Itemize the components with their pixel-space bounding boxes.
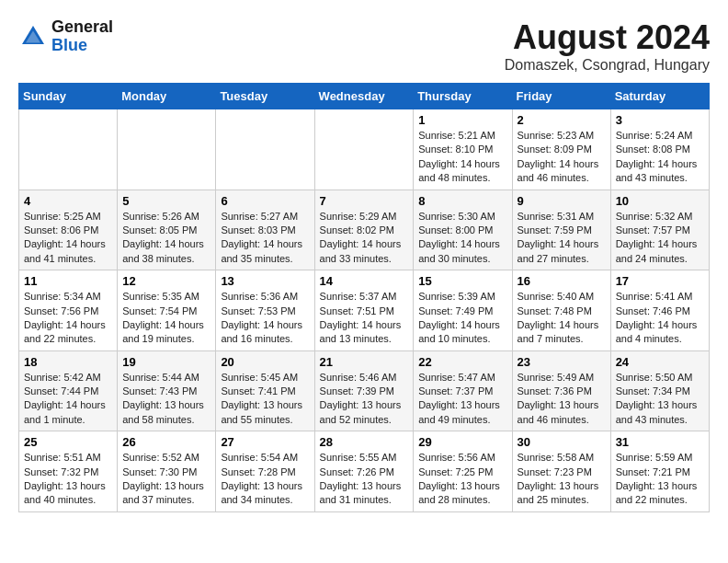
day-info: Sunrise: 5:34 AM Sunset: 7:56 PM Dayligh… — [24, 290, 112, 347]
calendar-cell: 28Sunrise: 5:55 AM Sunset: 7:26 PM Dayli… — [314, 431, 414, 512]
day-number: 3 — [616, 113, 704, 127]
day-number: 19 — [122, 355, 210, 369]
calendar-cell: 30Sunrise: 5:58 AM Sunset: 7:23 PM Dayli… — [512, 431, 610, 512]
day-number: 29 — [418, 435, 506, 449]
location: Domaszek, Csongrad, Hungary — [505, 57, 710, 74]
day-info: Sunrise: 5:26 AM Sunset: 8:05 PM Dayligh… — [122, 210, 210, 267]
calendar-week-row: 25Sunrise: 5:51 AM Sunset: 7:32 PM Dayli… — [19, 431, 710, 512]
calendar-cell — [19, 109, 118, 190]
day-number: 21 — [320, 355, 409, 369]
calendar-cell: 16Sunrise: 5:40 AM Sunset: 7:48 PM Dayli… — [512, 270, 610, 351]
day-info: Sunrise: 5:51 AM Sunset: 7:32 PM Dayligh… — [24, 451, 112, 508]
calendar-cell: 3Sunrise: 5:24 AM Sunset: 8:08 PM Daylig… — [610, 109, 709, 190]
day-info: Sunrise: 5:55 AM Sunset: 7:26 PM Dayligh… — [320, 451, 409, 508]
day-number: 20 — [221, 355, 309, 369]
calendar-cell: 4Sunrise: 5:25 AM Sunset: 8:06 PM Daylig… — [19, 190, 118, 270]
day-number: 24 — [616, 355, 704, 369]
calendar-cell: 15Sunrise: 5:39 AM Sunset: 7:49 PM Dayli… — [414, 270, 512, 351]
day-info: Sunrise: 5:35 AM Sunset: 7:54 PM Dayligh… — [122, 290, 210, 347]
calendar-cell: 12Sunrise: 5:35 AM Sunset: 7:54 PM Dayli… — [118, 270, 216, 351]
calendar-cell: 21Sunrise: 5:46 AM Sunset: 7:39 PM Dayli… — [314, 350, 414, 431]
calendar-cell — [118, 109, 216, 190]
calendar-cell: 22Sunrise: 5:47 AM Sunset: 7:37 PM Dayli… — [414, 350, 512, 431]
calendar-cell: 2Sunrise: 5:23 AM Sunset: 8:09 PM Daylig… — [512, 109, 610, 190]
logo-text: General Blue — [51, 18, 113, 55]
calendar-cell: 24Sunrise: 5:50 AM Sunset: 7:34 PM Dayli… — [610, 350, 709, 431]
day-number: 16 — [518, 274, 606, 288]
day-number: 30 — [518, 435, 606, 449]
day-number: 12 — [122, 274, 210, 288]
calendar-header-monday: Monday — [118, 84, 216, 109]
month-year: August 2024 — [505, 18, 710, 57]
calendar-cell: 29Sunrise: 5:56 AM Sunset: 7:25 PM Dayli… — [414, 431, 512, 512]
day-info: Sunrise: 5:54 AM Sunset: 7:28 PM Dayligh… — [221, 451, 309, 508]
calendar-cell: 6Sunrise: 5:27 AM Sunset: 8:03 PM Daylig… — [216, 190, 314, 270]
day-number: 13 — [221, 274, 309, 288]
day-info: Sunrise: 5:41 AM Sunset: 7:46 PM Dayligh… — [616, 290, 704, 347]
day-info: Sunrise: 5:46 AM Sunset: 7:39 PM Dayligh… — [320, 371, 409, 428]
day-info: Sunrise: 5:37 AM Sunset: 7:51 PM Dayligh… — [320, 290, 409, 347]
calendar-cell: 5Sunrise: 5:26 AM Sunset: 8:05 PM Daylig… — [118, 190, 216, 270]
day-number: 5 — [122, 194, 210, 208]
calendar-cell: 8Sunrise: 5:30 AM Sunset: 8:00 PM Daylig… — [414, 190, 512, 270]
day-number: 22 — [418, 355, 506, 369]
day-number: 18 — [24, 355, 112, 369]
day-info: Sunrise: 5:44 AM Sunset: 7:43 PM Dayligh… — [122, 371, 210, 428]
calendar-header-tuesday: Tuesday — [216, 84, 314, 109]
day-number: 14 — [320, 274, 409, 288]
day-number: 6 — [221, 194, 309, 208]
calendar-week-row: 1Sunrise: 5:21 AM Sunset: 8:10 PM Daylig… — [19, 109, 710, 190]
day-info: Sunrise: 5:45 AM Sunset: 7:41 PM Dayligh… — [221, 371, 309, 428]
day-number: 2 — [518, 113, 606, 127]
calendar-cell: 14Sunrise: 5:37 AM Sunset: 7:51 PM Dayli… — [314, 270, 414, 351]
day-info: Sunrise: 5:24 AM Sunset: 8:08 PM Dayligh… — [616, 129, 704, 186]
day-info: Sunrise: 5:21 AM Sunset: 8:10 PM Dayligh… — [418, 129, 506, 186]
day-number: 26 — [122, 435, 210, 449]
day-number: 9 — [518, 194, 606, 208]
day-info: Sunrise: 5:25 AM Sunset: 8:06 PM Dayligh… — [24, 210, 112, 267]
logo: General Blue — [18, 18, 113, 55]
logo-icon — [18, 22, 48, 52]
day-number: 4 — [24, 194, 112, 208]
calendar-cell: 11Sunrise: 5:34 AM Sunset: 7:56 PM Dayli… — [19, 270, 118, 351]
day-info: Sunrise: 5:50 AM Sunset: 7:34 PM Dayligh… — [616, 371, 704, 428]
day-info: Sunrise: 5:47 AM Sunset: 7:37 PM Dayligh… — [418, 371, 506, 428]
calendar-cell: 18Sunrise: 5:42 AM Sunset: 7:44 PM Dayli… — [19, 350, 118, 431]
calendar-cell: 17Sunrise: 5:41 AM Sunset: 7:46 PM Dayli… — [610, 270, 709, 351]
calendar-header-saturday: Saturday — [610, 84, 709, 109]
day-info: Sunrise: 5:56 AM Sunset: 7:25 PM Dayligh… — [418, 451, 506, 508]
calendar-cell: 25Sunrise: 5:51 AM Sunset: 7:32 PM Dayli… — [19, 431, 118, 512]
day-info: Sunrise: 5:52 AM Sunset: 7:30 PM Dayligh… — [122, 451, 210, 508]
day-number: 1 — [418, 113, 506, 127]
title-block: August 2024 Domaszek, Csongrad, Hungary — [505, 18, 710, 74]
calendar-cell: 10Sunrise: 5:32 AM Sunset: 7:57 PM Dayli… — [610, 190, 709, 270]
calendar-cell: 31Sunrise: 5:59 AM Sunset: 7:21 PM Dayli… — [610, 431, 709, 512]
day-number: 10 — [616, 194, 704, 208]
calendar-week-row: 11Sunrise: 5:34 AM Sunset: 7:56 PM Dayli… — [19, 270, 710, 351]
day-number: 27 — [221, 435, 309, 449]
calendar-cell — [216, 109, 314, 190]
day-info: Sunrise: 5:36 AM Sunset: 7:53 PM Dayligh… — [221, 290, 309, 347]
calendar-cell: 27Sunrise: 5:54 AM Sunset: 7:28 PM Dayli… — [216, 431, 314, 512]
day-info: Sunrise: 5:30 AM Sunset: 8:00 PM Dayligh… — [418, 210, 506, 267]
calendar-cell: 26Sunrise: 5:52 AM Sunset: 7:30 PM Dayli… — [118, 431, 216, 512]
day-number: 8 — [418, 194, 506, 208]
day-info: Sunrise: 5:31 AM Sunset: 7:59 PM Dayligh… — [518, 210, 606, 267]
day-info: Sunrise: 5:42 AM Sunset: 7:44 PM Dayligh… — [24, 371, 112, 428]
day-info: Sunrise: 5:23 AM Sunset: 8:09 PM Dayligh… — [518, 129, 606, 186]
day-info: Sunrise: 5:59 AM Sunset: 7:21 PM Dayligh… — [616, 451, 704, 508]
calendar-header-wednesday: Wednesday — [314, 84, 414, 109]
day-info: Sunrise: 5:27 AM Sunset: 8:03 PM Dayligh… — [221, 210, 309, 267]
day-number: 28 — [320, 435, 409, 449]
day-info: Sunrise: 5:39 AM Sunset: 7:49 PM Dayligh… — [418, 290, 506, 347]
day-info: Sunrise: 5:49 AM Sunset: 7:36 PM Dayligh… — [518, 371, 606, 428]
day-number: 17 — [616, 274, 704, 288]
calendar-cell: 9Sunrise: 5:31 AM Sunset: 7:59 PM Daylig… — [512, 190, 610, 270]
day-number: 25 — [24, 435, 112, 449]
day-info: Sunrise: 5:29 AM Sunset: 8:02 PM Dayligh… — [320, 210, 409, 267]
day-number: 7 — [320, 194, 409, 208]
day-info: Sunrise: 5:58 AM Sunset: 7:23 PM Dayligh… — [518, 451, 606, 508]
day-info: Sunrise: 5:32 AM Sunset: 7:57 PM Dayligh… — [616, 210, 704, 267]
calendar-cell: 7Sunrise: 5:29 AM Sunset: 8:02 PM Daylig… — [314, 190, 414, 270]
calendar-cell: 19Sunrise: 5:44 AM Sunset: 7:43 PM Dayli… — [118, 350, 216, 431]
